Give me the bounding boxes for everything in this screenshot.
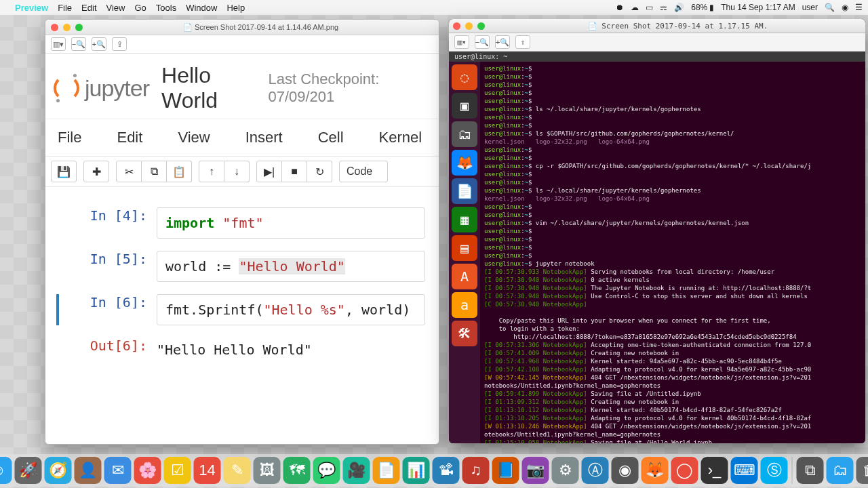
ubuntu-dash-icon[interactable]: ◌ xyxy=(452,64,477,90)
dock-appstore-icon[interactable]: Ⓐ xyxy=(582,457,609,484)
cut-button[interactable]: ✂ xyxy=(116,161,142,182)
dock-preview-icon[interactable]: 🖼 xyxy=(254,457,281,484)
status-user[interactable]: user xyxy=(802,3,818,12)
dock-safari-icon[interactable]: 🧭 xyxy=(45,457,72,484)
jupyter-menu-cell[interactable]: Cell xyxy=(318,129,344,146)
insert-cell-button[interactable]: ✚ xyxy=(83,161,109,182)
terminal-window[interactable]: 📄 Screen Shot 2017-09-14 at 1.17.15 AM. … xyxy=(449,19,865,443)
amazon-icon[interactable]: a xyxy=(452,292,477,318)
status-volume-icon[interactable]: 🔊 xyxy=(674,3,684,12)
status-clock[interactable]: Thu 14 Sep 1:17 AM xyxy=(721,3,795,12)
paste-button[interactable]: 📋 xyxy=(167,161,192,182)
dock-screenshot-icon[interactable]: ⧉ xyxy=(797,457,824,484)
preview-window[interactable]: 📄 Screen Shot 2017-09-14 at 1.14.46 AM.p… xyxy=(45,19,439,445)
notebook-cell[interactable]: In [6]:fmt.Sprintf("Hello %s", world) xyxy=(56,294,425,325)
dock-folder-icon[interactable]: 🗂 xyxy=(827,457,854,484)
settings-icon[interactable]: 🛠 xyxy=(452,321,477,346)
close-button[interactable] xyxy=(51,24,58,31)
notebook-cell[interactable]: Out[6]:"Hello Hello World" xyxy=(59,338,425,362)
terminal-tab[interactable]: user@linux: ~ xyxy=(449,52,865,62)
jupyter-menu-file[interactable]: File xyxy=(58,129,81,146)
jupyter-menu-insert[interactable]: Insert xyxy=(245,129,283,146)
dock-itunes-icon[interactable]: ♫ xyxy=(462,457,490,484)
dock-contacts-icon[interactable]: 👤 xyxy=(75,457,102,484)
dock-trash-icon[interactable]: 🗑 xyxy=(856,457,869,484)
dock-pages-icon[interactable]: 📄 xyxy=(373,457,400,484)
dock-mail-icon[interactable]: ✉︎ xyxy=(104,457,132,484)
menuitem-go[interactable]: Go xyxy=(134,3,146,13)
cell-body[interactable]: import "fmt" xyxy=(157,207,425,239)
move-down-button[interactable]: ↓ xyxy=(224,161,250,182)
interrupt-button[interactable]: ■ xyxy=(282,161,307,182)
dock-notes-icon[interactable]: ✎ xyxy=(224,457,251,484)
dock-chrome-icon[interactable]: ◯ xyxy=(671,457,698,484)
dock-ibooks-icon[interactable]: 📘 xyxy=(492,457,519,484)
dock-siri-icon[interactable]: ◉ xyxy=(612,457,639,484)
run-button[interactable]: ▶| xyxy=(256,161,282,182)
jupyter-logo[interactable]: jupyter xyxy=(54,75,149,102)
status-display-icon[interactable]: ▭ xyxy=(646,3,653,12)
zoom-button[interactable] xyxy=(75,24,83,31)
writer-icon[interactable]: 📄 xyxy=(452,178,477,204)
menuitem-window[interactable]: Window xyxy=(186,3,217,13)
dock-messages-icon[interactable]: 💬 xyxy=(313,457,340,484)
jupyter-menu-kernel[interactable]: Kernel xyxy=(379,129,422,146)
menubar-app[interactable]: Preview xyxy=(15,3,48,13)
dock-maps-icon[interactable]: 🗺 xyxy=(283,457,311,484)
cell-body[interactable]: fmt.Sprintf("Hello %s", world) xyxy=(157,294,425,325)
menuitem-help[interactable]: Help xyxy=(226,3,245,13)
files-icon[interactable]: 🗂 xyxy=(452,121,477,147)
dock-firefox-icon[interactable]: 🦊 xyxy=(642,457,669,484)
zoom-out-button[interactable]: −🔍 xyxy=(475,35,490,49)
dock-skype-icon[interactable]: Ⓢ xyxy=(761,457,788,484)
share-button[interactable]: ⇪ xyxy=(515,35,530,49)
notebook-cell[interactable]: In [5]:world := "Hello World" xyxy=(59,251,425,282)
notebook-cell[interactable]: In [4]:import "fmt" xyxy=(59,207,425,239)
copy-button[interactable]: ⧉ xyxy=(142,161,167,182)
dock-photobooth-icon[interactable]: 📷 xyxy=(522,457,549,484)
sidebar-toggle[interactable]: ▥▾ xyxy=(454,35,469,49)
move-up-button[interactable]: ↑ xyxy=(199,161,224,182)
cell-body[interactable]: world := "Hello World" xyxy=(157,251,425,282)
zoom-out-button[interactable]: −🔍 xyxy=(71,37,86,51)
restart-button[interactable]: ↻ xyxy=(307,161,332,182)
celltype-select[interactable]: Code xyxy=(339,161,388,182)
save-button[interactable]: 💾 xyxy=(51,161,77,182)
zoom-in-button[interactable]: +🔍 xyxy=(92,37,106,51)
minimize-button[interactable] xyxy=(63,24,71,31)
share-button[interactable]: ⇪ xyxy=(112,37,127,51)
dock-finder-icon[interactable]: ☺ xyxy=(0,457,12,484)
dock-systemprefs-icon[interactable]: ⚙︎ xyxy=(552,457,579,484)
menuitem-view[interactable]: View xyxy=(106,3,125,13)
dock-reminders-icon[interactable]: ☑︎ xyxy=(164,457,191,484)
menuitem-tools[interactable]: Tools xyxy=(156,3,176,13)
dock-calendar-icon[interactable]: 14 xyxy=(194,457,221,484)
jupyter-menu-edit[interactable]: Edit xyxy=(117,129,142,146)
terminal-icon[interactable]: ▣ xyxy=(452,93,477,119)
status-wifi-icon[interactable]: ⚎ xyxy=(660,3,667,12)
status-spotlight-icon[interactable]: 🔍 xyxy=(825,3,835,12)
dock-vscode-icon[interactable]: ⌨ xyxy=(731,457,758,484)
menuitem-file[interactable]: File xyxy=(58,3,72,13)
dock-keynote-icon[interactable]: 📽 xyxy=(433,457,460,484)
dock-photos-icon[interactable]: 🌸 xyxy=(134,457,161,484)
minimize-button[interactable] xyxy=(465,22,473,30)
preview-titlebar[interactable]: 📄 Screen Shot 2017-09-14 at 1.14.46 AM.p… xyxy=(45,20,439,35)
status-battery[interactable]: 68% ▮ xyxy=(691,3,714,12)
sidebar-toggle[interactable]: ▥▾ xyxy=(51,37,66,51)
firefox-icon[interactable]: 🦊 xyxy=(452,150,477,176)
status-notification-icon[interactable]: ☰ xyxy=(855,3,863,12)
dock-numbers-icon[interactable]: 📊 xyxy=(403,457,430,484)
software-icon[interactable]: A xyxy=(452,264,477,289)
dock-launchpad-icon[interactable]: 🚀 xyxy=(15,457,42,484)
dock-facetime-icon[interactable]: 🎥 xyxy=(343,457,370,484)
notebook-title[interactable]: Hello World xyxy=(161,63,261,113)
status-siri-icon[interactable]: ◉ xyxy=(842,3,848,12)
dock-terminal-icon[interactable]: ›_ xyxy=(701,457,728,484)
close-button[interactable] xyxy=(453,22,460,30)
zoom-in-button[interactable]: +🔍 xyxy=(495,35,510,49)
impress-icon[interactable]: ▤ xyxy=(452,235,477,261)
jupyter-menu-view[interactable]: View xyxy=(178,129,210,146)
terminal-output[interactable]: user@linux:~$ user@linux:~$ user@linux:~… xyxy=(480,62,865,443)
menuitem-edit[interactable]: Edit xyxy=(81,3,96,13)
